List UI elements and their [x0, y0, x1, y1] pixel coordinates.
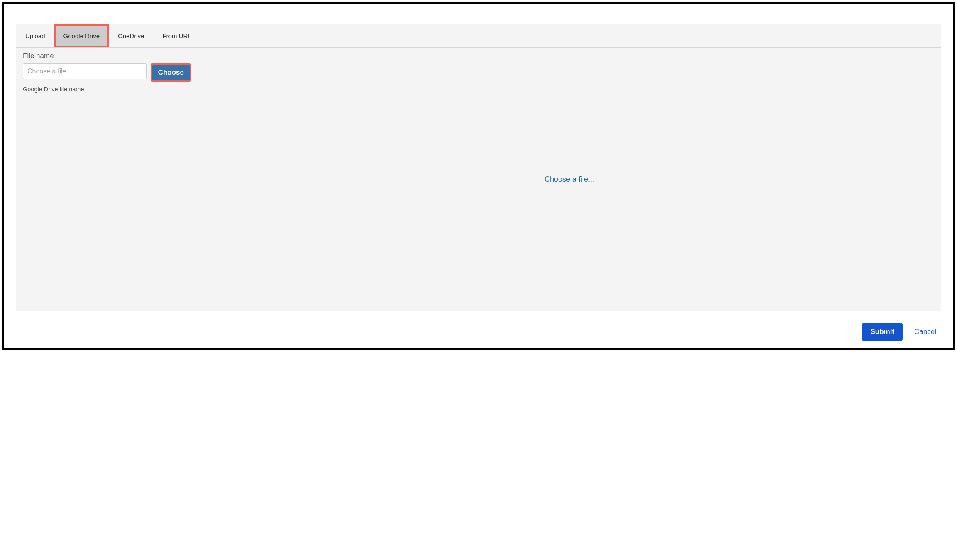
tabs-bar: Upload Google Drive OneDrive From URL: [16, 24, 941, 48]
cancel-link[interactable]: Cancel: [914, 328, 936, 336]
file-name-label: File name: [23, 52, 191, 60]
tab-upload[interactable]: Upload: [16, 24, 54, 47]
preview-placeholder-link[interactable]: Choose a file...: [544, 175, 594, 184]
submit-button[interactable]: Submit: [862, 323, 903, 341]
preview-column: Choose a file...: [198, 48, 941, 311]
left-column: File name Choose Google Drive file name: [16, 48, 198, 311]
footer-bar: Submit Cancel: [4, 311, 953, 348]
file-name-input[interactable]: [23, 63, 147, 79]
choose-button[interactable]: Choose: [152, 65, 190, 80]
helper-text: Google Drive file name: [23, 86, 191, 93]
choose-highlight: Choose: [151, 63, 191, 82]
dialog-frame: Upload Google Drive OneDrive From URL Fi…: [2, 2, 955, 350]
tab-onedrive[interactable]: OneDrive: [109, 24, 153, 47]
file-input-row: Choose: [23, 63, 191, 82]
tab-from-url[interactable]: From URL: [153, 24, 200, 47]
upload-panel: Upload Google Drive OneDrive From URL Fi…: [16, 24, 941, 311]
content-region: Upload Google Drive OneDrive From URL Fi…: [4, 4, 953, 311]
tab-google-drive[interactable]: Google Drive: [54, 24, 109, 47]
panel-body: File name Choose Google Drive file name …: [16, 48, 941, 311]
